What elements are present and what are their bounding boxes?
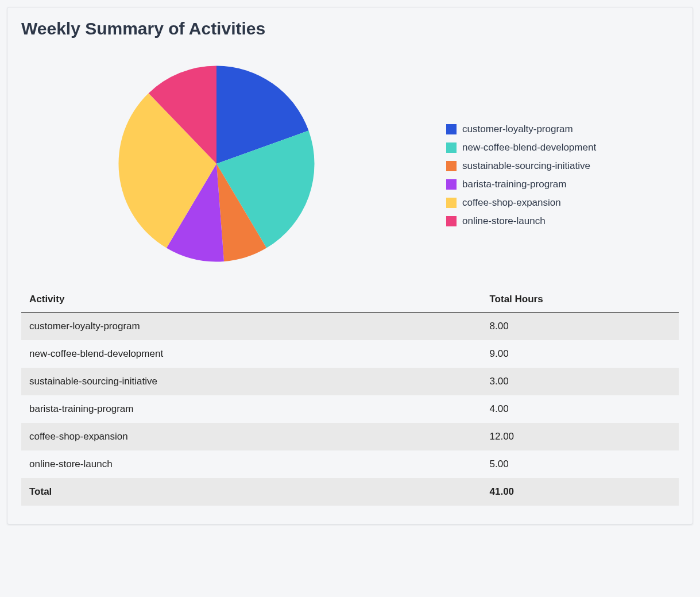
- cell-activity: barista-training-program: [21, 395, 482, 423]
- table-row: sustainable-sourcing-initiative 3.00: [21, 368, 679, 395]
- cell-hours: 8.00: [482, 313, 679, 341]
- cell-activity: sustainable-sourcing-initiative: [21, 368, 482, 395]
- pie-chart-wrap: [21, 64, 412, 264]
- card-title: Weekly Summary of Activities: [21, 19, 679, 38]
- cell-activity: coffee-shop-expansion: [21, 423, 482, 450]
- table-row: barista-training-program 4.00: [21, 395, 679, 423]
- header-activity: Activity: [21, 287, 482, 313]
- table-row: new-coffee-blend-development 9.00: [21, 340, 679, 368]
- legend-swatch: [446, 142, 457, 153]
- legend-item[interactable]: barista-training-program: [446, 179, 679, 190]
- pie-chart: [117, 64, 316, 264]
- legend-swatch: [446, 179, 457, 190]
- legend-item[interactable]: online-store-launch: [446, 215, 679, 227]
- legend-swatch: [446, 216, 457, 226]
- legend-item[interactable]: sustainable-sourcing-initiative: [446, 160, 679, 172]
- legend-item[interactable]: customer-loyalty-program: [446, 124, 679, 135]
- cell-total-hours: 41.00: [482, 478, 679, 506]
- legend-label: sustainable-sourcing-initiative: [462, 160, 590, 172]
- table-row: coffee-shop-expansion 12.00: [21, 423, 679, 450]
- cell-activity: online-store-launch: [21, 450, 482, 478]
- summary-card: Weekly Summary of Activities customer-lo…: [7, 7, 693, 525]
- cell-total-label: Total: [21, 478, 482, 506]
- legend-label: customer-loyalty-program: [462, 124, 573, 135]
- cell-activity: customer-loyalty-program: [21, 313, 482, 341]
- legend-item[interactable]: coffee-shop-expansion: [446, 197, 679, 209]
- table-row: customer-loyalty-program 8.00: [21, 313, 679, 341]
- chart-area: customer-loyalty-programnew-coffee-blend…: [21, 52, 679, 287]
- legend-label: online-store-launch: [462, 215, 546, 227]
- cell-hours: 3.00: [482, 368, 679, 395]
- legend-swatch: [446, 198, 457, 208]
- legend-item[interactable]: new-coffee-blend-development: [446, 142, 679, 153]
- cell-hours: 9.00: [482, 340, 679, 368]
- cell-hours: 12.00: [482, 423, 679, 450]
- legend-label: coffee-shop-expansion: [462, 197, 561, 209]
- legend-swatch: [446, 124, 457, 134]
- chart-legend: customer-loyalty-programnew-coffee-blend…: [446, 101, 679, 227]
- legend-label: barista-training-program: [462, 179, 566, 190]
- cell-hours: 5.00: [482, 450, 679, 478]
- header-hours: Total Hours: [482, 287, 679, 313]
- cell-activity: new-coffee-blend-development: [21, 340, 482, 368]
- table-header-row: Activity Total Hours: [21, 287, 679, 313]
- legend-label: new-coffee-blend-development: [462, 142, 596, 153]
- cell-hours: 4.00: [482, 395, 679, 423]
- legend-swatch: [446, 161, 457, 171]
- activity-table: Activity Total Hours customer-loyalty-pr…: [21, 287, 679, 506]
- table-row: online-store-launch 5.00: [21, 450, 679, 478]
- table-total-row: Total 41.00: [21, 478, 679, 506]
